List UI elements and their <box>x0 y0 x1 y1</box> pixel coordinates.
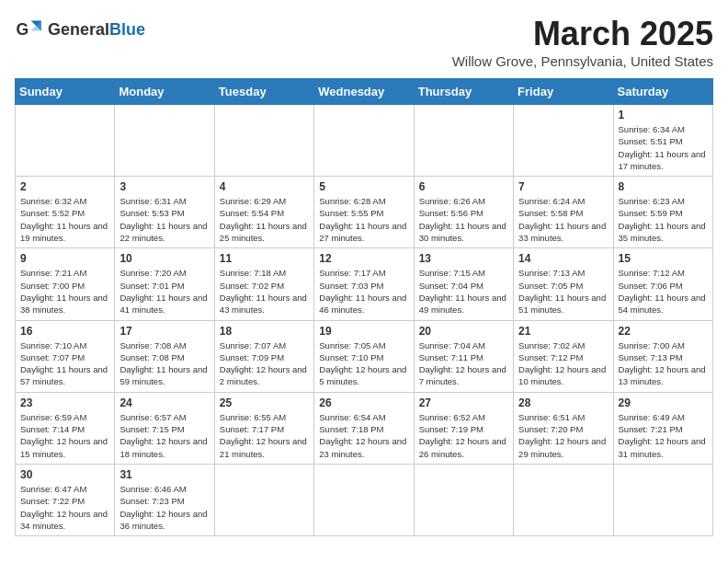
cell-info: Sunrise: 6:51 AM Sunset: 7:20 PM Dayligh… <box>518 411 608 460</box>
calendar-cell <box>514 464 613 535</box>
day-number: 9 <box>20 252 109 265</box>
day-number: 11 <box>220 252 309 265</box>
calendar-cell: 7Sunrise: 6:24 AM Sunset: 5:58 PM Daylig… <box>514 177 613 248</box>
calendar-cell: 23Sunrise: 6:59 AM Sunset: 7:14 PM Dayli… <box>16 392 115 464</box>
calendar-cell <box>613 464 712 535</box>
day-number: 18 <box>220 325 309 338</box>
calendar-cell: 17Sunrise: 7:08 AM Sunset: 7:08 PM Dayli… <box>115 320 214 392</box>
calendar-cell: 25Sunrise: 6:55 AM Sunset: 7:17 PM Dayli… <box>214 392 313 464</box>
day-number: 19 <box>319 325 408 338</box>
calendar-cell: 9Sunrise: 7:21 AM Sunset: 7:00 PM Daylig… <box>16 248 115 320</box>
day-header-friday: Friday <box>514 79 613 105</box>
calendar-cell: 15Sunrise: 7:12 AM Sunset: 7:06 PM Dayli… <box>613 248 712 320</box>
cell-info: Sunrise: 6:28 AM Sunset: 5:55 PM Dayligh… <box>319 195 408 244</box>
calendar-cell: 4Sunrise: 6:29 AM Sunset: 5:54 PM Daylig… <box>214 177 313 248</box>
cell-info: Sunrise: 7:13 AM Sunset: 7:05 PM Dayligh… <box>518 267 608 316</box>
logo: G GeneralBlue <box>15 15 145 44</box>
day-number: 4 <box>220 180 309 193</box>
calendar-cell: 20Sunrise: 7:04 AM Sunset: 7:11 PM Dayli… <box>414 320 513 392</box>
calendar-cell: 12Sunrise: 7:17 AM Sunset: 7:03 PM Dayli… <box>314 248 414 320</box>
day-number: 26 <box>319 396 408 409</box>
calendar-cell: 19Sunrise: 7:05 AM Sunset: 7:10 PM Dayli… <box>314 320 414 392</box>
calendar-week-row: 1Sunrise: 6:34 AM Sunset: 5:51 PM Daylig… <box>16 105 713 177</box>
cell-info: Sunrise: 6:57 AM Sunset: 7:15 PM Dayligh… <box>119 411 209 460</box>
calendar-cell <box>314 105 414 177</box>
calendar-cell: 1Sunrise: 6:34 AM Sunset: 5:51 PM Daylig… <box>613 105 712 177</box>
cell-info: Sunrise: 6:32 AM Sunset: 5:52 PM Dayligh… <box>20 195 109 244</box>
calendar-cell: 5Sunrise: 6:28 AM Sunset: 5:55 PM Daylig… <box>314 177 414 248</box>
cell-info: Sunrise: 6:23 AM Sunset: 5:59 PM Dayligh… <box>619 195 708 244</box>
cell-info: Sunrise: 7:02 AM Sunset: 7:12 PM Dayligh… <box>518 339 608 388</box>
svg-text:G: G <box>17 20 29 39</box>
calendar-cell: 24Sunrise: 6:57 AM Sunset: 7:15 PM Dayli… <box>115 392 214 464</box>
day-number: 20 <box>419 325 508 338</box>
cell-info: Sunrise: 7:12 AM Sunset: 7:06 PM Dayligh… <box>619 267 708 316</box>
cell-info: Sunrise: 6:52 AM Sunset: 7:19 PM Dayligh… <box>419 411 508 460</box>
calendar-cell <box>414 464 513 535</box>
day-number: 3 <box>119 180 209 193</box>
cell-info: Sunrise: 7:17 AM Sunset: 7:03 PM Dayligh… <box>319 267 408 316</box>
day-number: 22 <box>619 325 708 338</box>
day-number: 28 <box>518 396 608 409</box>
day-header-monday: Monday <box>115 79 214 105</box>
day-number: 24 <box>119 396 209 409</box>
day-number: 12 <box>319 252 408 265</box>
calendar-cell: 30Sunrise: 6:47 AM Sunset: 7:22 PM Dayli… <box>16 464 115 535</box>
calendar-cell: 27Sunrise: 6:52 AM Sunset: 7:19 PM Dayli… <box>414 392 513 464</box>
day-number: 29 <box>619 396 708 409</box>
cell-info: Sunrise: 6:54 AM Sunset: 7:18 PM Dayligh… <box>319 411 408 460</box>
logo-text: GeneralBlue <box>48 20 145 40</box>
calendar-cell <box>115 105 214 177</box>
cell-info: Sunrise: 6:46 AM Sunset: 7:23 PM Dayligh… <box>119 483 209 532</box>
day-number: 16 <box>20 325 109 338</box>
day-number: 23 <box>20 396 109 409</box>
day-number: 25 <box>220 396 309 409</box>
calendar-cell <box>214 464 313 535</box>
cell-info: Sunrise: 7:08 AM Sunset: 7:08 PM Dayligh… <box>119 339 209 388</box>
calendar-cell: 14Sunrise: 7:13 AM Sunset: 7:05 PM Dayli… <box>514 248 613 320</box>
calendar-cell: 29Sunrise: 6:49 AM Sunset: 7:21 PM Dayli… <box>613 392 712 464</box>
day-number: 27 <box>419 396 508 409</box>
day-number: 31 <box>119 468 209 481</box>
calendar-week-row: 2Sunrise: 6:32 AM Sunset: 5:52 PM Daylig… <box>16 177 713 248</box>
calendar-cell: 26Sunrise: 6:54 AM Sunset: 7:18 PM Dayli… <box>314 392 414 464</box>
day-number: 2 <box>20 180 109 193</box>
cell-info: Sunrise: 7:05 AM Sunset: 7:10 PM Dayligh… <box>319 339 408 388</box>
cell-info: Sunrise: 6:49 AM Sunset: 7:21 PM Dayligh… <box>619 411 708 460</box>
calendar-cell: 13Sunrise: 7:15 AM Sunset: 7:04 PM Dayli… <box>414 248 513 320</box>
calendar-cell: 16Sunrise: 7:10 AM Sunset: 7:07 PM Dayli… <box>16 320 115 392</box>
calendar-cell <box>314 464 414 535</box>
day-number: 6 <box>419 180 508 193</box>
day-number: 15 <box>619 252 708 265</box>
calendar-cell: 6Sunrise: 6:26 AM Sunset: 5:56 PM Daylig… <box>414 177 513 248</box>
calendar-table: SundayMondayTuesdayWednesdayThursdayFrid… <box>15 78 713 536</box>
cell-info: Sunrise: 7:10 AM Sunset: 7:07 PM Dayligh… <box>20 339 109 388</box>
day-number: 7 <box>518 180 608 193</box>
cell-info: Sunrise: 6:31 AM Sunset: 5:53 PM Dayligh… <box>119 195 209 244</box>
calendar-week-row: 16Sunrise: 7:10 AM Sunset: 7:07 PM Dayli… <box>16 320 713 392</box>
cell-info: Sunrise: 7:15 AM Sunset: 7:04 PM Dayligh… <box>419 267 508 316</box>
cell-info: Sunrise: 7:00 AM Sunset: 7:13 PM Dayligh… <box>619 339 708 388</box>
day-header-thursday: Thursday <box>414 79 513 105</box>
day-number: 8 <box>619 180 708 193</box>
calendar-cell: 18Sunrise: 7:07 AM Sunset: 7:09 PM Dayli… <box>214 320 313 392</box>
calendar-cell: 3Sunrise: 6:31 AM Sunset: 5:53 PM Daylig… <box>115 177 214 248</box>
day-header-tuesday: Tuesday <box>214 79 313 105</box>
cell-info: Sunrise: 6:59 AM Sunset: 7:14 PM Dayligh… <box>20 411 109 460</box>
day-header-wednesday: Wednesday <box>314 79 414 105</box>
cell-info: Sunrise: 6:24 AM Sunset: 5:58 PM Dayligh… <box>518 195 608 244</box>
calendar-cell: 31Sunrise: 6:46 AM Sunset: 7:23 PM Dayli… <box>115 464 214 535</box>
cell-info: Sunrise: 7:18 AM Sunset: 7:02 PM Dayligh… <box>220 267 309 316</box>
page-header: G GeneralBlue March 2025 Willow Grove, P… <box>15 15 713 69</box>
calendar-cell: 10Sunrise: 7:20 AM Sunset: 7:01 PM Dayli… <box>115 248 214 320</box>
cell-info: Sunrise: 7:20 AM Sunset: 7:01 PM Dayligh… <box>119 267 209 316</box>
month-year-title: March 2025 <box>452 15 713 53</box>
cell-info: Sunrise: 6:26 AM Sunset: 5:56 PM Dayligh… <box>419 195 508 244</box>
day-number: 1 <box>619 109 708 121</box>
day-header-saturday: Saturday <box>613 79 712 105</box>
cell-info: Sunrise: 7:07 AM Sunset: 7:09 PM Dayligh… <box>220 339 309 388</box>
calendar-week-row: 30Sunrise: 6:47 AM Sunset: 7:22 PM Dayli… <box>16 464 713 535</box>
cell-info: Sunrise: 7:04 AM Sunset: 7:11 PM Dayligh… <box>419 339 508 388</box>
day-header-sunday: Sunday <box>16 79 115 105</box>
calendar-cell: 28Sunrise: 6:51 AM Sunset: 7:20 PM Dayli… <box>514 392 613 464</box>
